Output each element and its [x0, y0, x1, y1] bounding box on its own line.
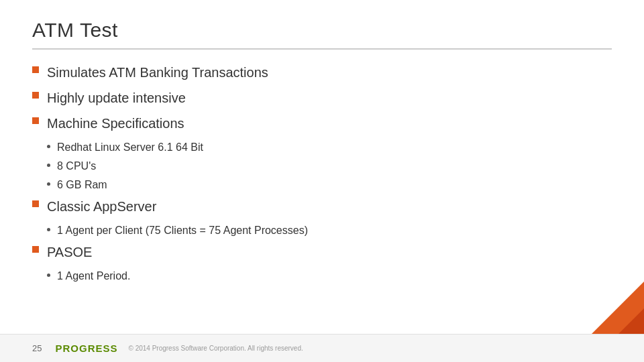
title-area: ATM Test — [0, 0, 644, 42]
sub-bullet-item-3-3: 6 GB Ram — [47, 177, 612, 193]
bullet-square-icon — [32, 246, 39, 253]
bullet-text-5: PASOE — [47, 243, 92, 261]
bullet-text-2: Highly update intensive — [47, 88, 186, 107]
sub-bullet-item-5-1: 1 Agent Period. — [47, 268, 612, 284]
bullet-text-4: Classic AppServer — [47, 197, 156, 216]
footer-bar: 25 PROGRESS © 2014 Progress Software Cor… — [0, 334, 644, 362]
bullet-item-5: PASOE — [32, 243, 612, 261]
bullet-text-3: Machine Specifications — [47, 114, 184, 133]
slide-title: ATM Test — [32, 19, 612, 42]
sub-bullets-5: 1 Agent Period. — [47, 268, 612, 284]
progress-logo-text: PROGRESS — [55, 343, 117, 354]
content-area: Simulates ATM Banking Transactions Highl… — [0, 50, 644, 284]
bullet-item-4: Classic AppServer — [32, 197, 612, 216]
sub-bullet-dot-icon — [47, 145, 50, 148]
bullet-square-icon — [32, 66, 39, 73]
sub-bullet-dot-icon — [47, 164, 50, 167]
bullet-square-icon — [32, 200, 39, 207]
sub-bullet-item-4-1: 1 Agent per Client (75 Clients = 75 Agen… — [47, 223, 612, 239]
sub-bullet-dot-icon — [47, 274, 50, 277]
sub-bullet-dot-icon — [47, 228, 50, 231]
sub-bullet-text-4-1: 1 Agent per Client (75 Clients = 75 Agen… — [57, 223, 308, 239]
slide: ATM Test Simulates ATM Banking Transacti… — [0, 0, 644, 362]
sub-bullet-text-5-1: 1 Agent Period. — [57, 268, 130, 284]
sub-bullet-dot-icon — [47, 182, 50, 186]
bullet-item-1: Simulates ATM Banking Transactions — [32, 63, 612, 82]
progress-logo: PROGRESS © 2014 Progress Software Corpor… — [55, 343, 303, 354]
bullet-square-icon — [32, 92, 39, 99]
sub-bullet-text-3-1: Redhat Linux Server 6.1 64 Bit — [57, 139, 203, 156]
sub-bullets-3: Redhat Linux Server 6.1 64 Bit 8 CPU's 6… — [47, 139, 612, 193]
sub-bullets-4: 1 Agent per Client (75 Clients = 75 Agen… — [47, 223, 612, 239]
sub-bullet-text-3-3: 6 GB Ram — [57, 177, 107, 193]
sub-bullet-text-3-2: 8 CPU's — [57, 158, 96, 174]
bullet-square-icon — [32, 117, 39, 124]
bullet-item-2: Highly update intensive — [32, 88, 612, 107]
sub-bullet-item-3-2: 8 CPU's — [47, 158, 612, 174]
bullet-text-1: Simulates ATM Banking Transactions — [47, 63, 268, 82]
bullet-item-3: Machine Specifications — [32, 114, 612, 133]
sub-bullet-item-3-1: Redhat Linux Server 6.1 64 Bit — [47, 139, 612, 156]
copyright-text: © 2014 Progress Software Corporation. Al… — [129, 345, 303, 352]
page-number: 25 — [32, 343, 42, 353]
